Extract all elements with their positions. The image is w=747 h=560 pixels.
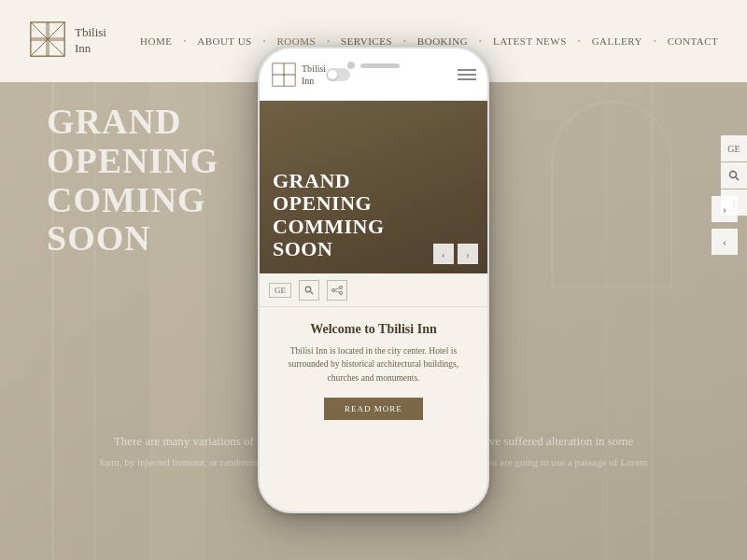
mobile-hero-arrows: ‹ › — [433, 244, 478, 264]
svg-rect-21 — [285, 75, 295, 85]
mobile-hero-text: GRAND OPENING COMMING SOON — [273, 170, 385, 260]
search-btn[interactable] — [721, 162, 747, 189]
phone-shell: Tbilisi Inn GRAND OPENING COMMING SOON — [258, 47, 489, 513]
nav-booking[interactable]: BOOKING — [408, 35, 477, 47]
mobile-prev-arrow[interactable]: ‹ — [433, 244, 454, 264]
logo-icon — [28, 20, 67, 63]
svg-point-25 — [340, 291, 343, 294]
svg-point-22 — [305, 287, 311, 292]
svg-line-13 — [736, 177, 739, 180]
nav-gallery[interactable]: GALLERY — [583, 35, 652, 47]
nav-contact[interactable]: CONTACT — [658, 35, 728, 47]
nav-dot-5: • — [477, 37, 484, 46]
mobile-welcome-section: Welcome to Tbilisi Inn Tbilisi Inn is lo… — [260, 307, 487, 431]
menu-bar-1 — [458, 69, 476, 71]
logo-text: Tbilisi Inn — [75, 25, 106, 57]
phone-screen: Tbilisi Inn GRAND OPENING COMMING SOON — [260, 49, 487, 511]
svg-rect-19 — [285, 63, 295, 74]
svg-rect-20 — [273, 75, 283, 85]
nav-services[interactable]: SERVICES — [331, 35, 402, 47]
nav-dot-2: • — [261, 37, 268, 46]
nav-rooms[interactable]: ROOMS — [268, 35, 326, 47]
svg-line-28 — [334, 290, 339, 292]
mobile-hero: GRAND OPENING COMMING SOON ‹ › — [260, 101, 487, 273]
phone-mockup: Tbilisi Inn GRAND OPENING COMMING SOON — [258, 47, 489, 513]
hero-prev-arrow[interactable]: ‹ — [712, 229, 738, 255]
phone-camera — [347, 62, 355, 69]
nav-dot-3: • — [325, 37, 331, 46]
desktop-hero-text: GRAND OPENING COMING SOON — [47, 103, 218, 259]
menu-bar-3 — [458, 78, 476, 80]
mobile-lang-badge[interactable]: GE — [269, 283, 291, 298]
svg-point-26 — [332, 288, 335, 291]
nav-about[interactable]: ABOUT US — [188, 35, 261, 47]
nav-dot-4: • — [402, 37, 408, 46]
phone-speaker — [360, 63, 400, 68]
svg-line-23 — [311, 291, 314, 294]
lang-btn[interactable]: GE — [721, 135, 747, 161]
menu-bar-2 — [458, 74, 476, 76]
mobile-toolbar: GE — [260, 273, 487, 307]
mobile-read-more-button[interactable]: READ MORE — [324, 398, 423, 420]
svg-rect-18 — [273, 63, 283, 74]
mobile-next-arrow[interactable]: › — [458, 244, 478, 264]
mobile-search-icon[interactable] — [299, 280, 319, 301]
mobile-welcome-title: Welcome to Tbilisi Inn — [273, 322, 474, 337]
mobile-menu-button[interactable] — [458, 69, 476, 80]
logo[interactable]: Tbilisi Inn — [28, 20, 131, 63]
mobile-header: Tbilisi Inn — [260, 49, 487, 101]
mobile-welcome-text: Tbilisi Inn is located in the city cente… — [273, 344, 474, 385]
nav-dot-1: • — [181, 37, 188, 46]
nav-dot-6: • — [576, 37, 583, 46]
mobile-logo-text: Tbilisi Inn — [302, 63, 326, 87]
nav-dot-7: • — [652, 37, 658, 46]
desktop-nav: HOME • ABOUT US • ROOMS • SERVICES • BOO… — [131, 35, 727, 47]
nav-news[interactable]: LATEST NEWS — [484, 35, 576, 47]
phone-top-bar — [347, 62, 400, 69]
mobile-logo-icon — [271, 62, 297, 88]
mobile-share-icon[interactable] — [327, 280, 347, 301]
nav-home[interactable]: HOME — [131, 35, 181, 47]
mobile-toggle[interactable] — [326, 68, 350, 81]
search-icon — [728, 170, 740, 181]
svg-point-12 — [730, 172, 737, 178]
svg-line-27 — [334, 287, 339, 289]
svg-point-24 — [340, 286, 343, 288]
hero-next-arrow[interactable]: › — [712, 196, 738, 222]
